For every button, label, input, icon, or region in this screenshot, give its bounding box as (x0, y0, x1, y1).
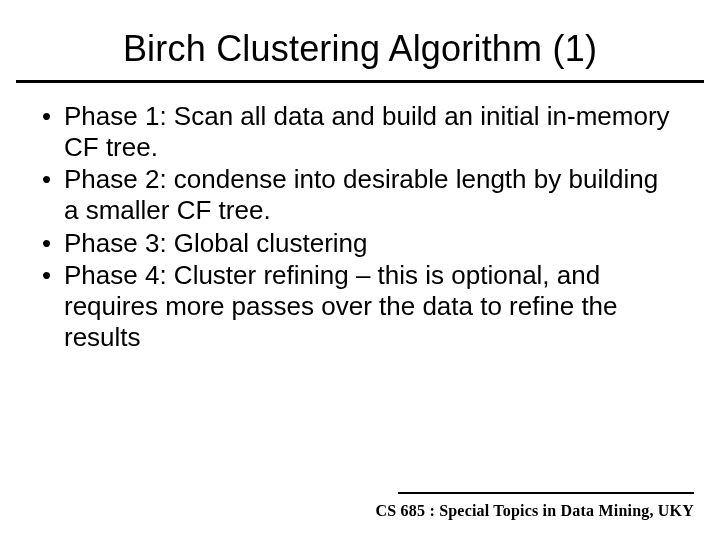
bullet-icon: • (42, 101, 51, 132)
list-item: •Phase 4: Cluster refining – this is opt… (64, 260, 670, 352)
slide: Birch Clustering Algorithm (1) •Phase 1:… (0, 0, 720, 540)
bullet-icon: • (42, 228, 51, 259)
slide-title: Birch Clustering Algorithm (1) (40, 28, 680, 70)
bullet-icon: • (42, 164, 51, 195)
footer-text: CS 685 : Special Topics in Data Mining, … (376, 502, 694, 520)
title-wrap: Birch Clustering Algorithm (1) (0, 0, 720, 70)
list-item-text: Phase 2: condense into desirable length … (64, 164, 658, 225)
list-item-text: Phase 4: Cluster refining – this is opti… (64, 260, 618, 351)
bullet-list: •Phase 1: Scan all data and build an ini… (64, 101, 670, 352)
list-item: •Phase 1: Scan all data and build an ini… (64, 101, 670, 162)
list-item-text: Phase 3: Global clustering (64, 228, 368, 258)
footer-divider (398, 492, 694, 494)
content-area: •Phase 1: Scan all data and build an ini… (0, 83, 720, 352)
list-item-text: Phase 1: Scan all data and build an init… (64, 101, 670, 162)
list-item: •Phase 2: condense into desirable length… (64, 164, 670, 225)
list-item: •Phase 3: Global clustering (64, 228, 670, 259)
bullet-icon: • (42, 260, 51, 291)
